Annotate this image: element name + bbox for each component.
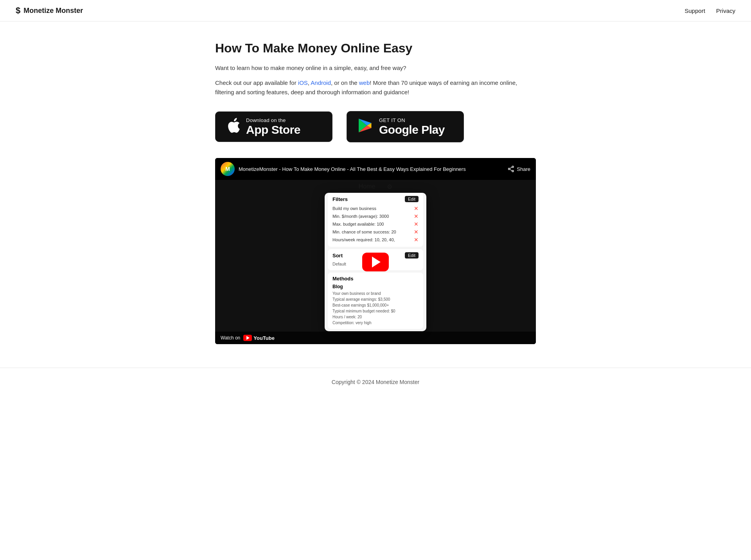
sort-value: Default [332,262,346,266]
method-detail-0: Your own business or brand [332,291,419,296]
filter-item-0: Build my own business ✕ [332,205,419,212]
page-title: How To Make Money Online Easy [215,41,536,56]
methods-label: Methods [332,276,419,282]
body-middle: , or on the [331,79,359,86]
filter-item-2: Max. budget available: 100 ✕ [332,220,419,228]
ios-link[interactable]: iOS [298,79,308,86]
svg-point-0 [512,166,514,168]
filters-header: Filters Edit [332,196,419,202]
video-content: Home ⚙ Filters Edit Build my own busines… [215,180,536,344]
main-content: How To Make Money Online Easy Want to le… [207,22,544,368]
site-name: Monetize Monster [23,7,83,15]
google-play-text: GET IT ON Google Play [379,117,445,136]
copyright-text: Copyright © 2024 Monetize Monster [332,379,419,385]
google-play-small-label: GET IT ON [379,117,445,123]
share-button[interactable]: Share [508,166,530,172]
filters-section: Filters Edit Build my own business ✕ Min… [328,193,423,247]
apple-icon [225,117,241,136]
filter-item-3: Min. chance of some success: 20 ✕ [332,228,419,236]
video-nav-settings: ⚙ [387,183,392,190]
filter-item-1: Min. $/month (average): 3000 ✕ [332,212,419,220]
yt-logo-icon [243,335,252,341]
app-store-badge[interactable]: Download on the App Store [215,111,332,142]
methods-section: Methods Blog Your own business or brand … [328,273,423,329]
intro-paragraph: Want to learn how to make money online i… [215,63,536,73]
logo-link[interactable]: $ Monetize Monster [16,5,83,16]
method-detail-1: Typical average earnings: $3,500 [332,296,419,302]
method-card-title: Blog [332,284,419,289]
yt-logo-text: YouTube [253,335,275,341]
filter-label-0: Build my own business [332,206,376,211]
main-nav: Support Privacy [685,7,735,14]
filters-edit-btn[interactable]: Edit [405,196,419,202]
app-store-large-label: App Store [246,123,300,136]
method-detail-5: Competition: very high [332,320,419,326]
badges-row: Download on the App Store GET IT ON Goog… [215,111,536,142]
privacy-link[interactable]: Privacy [716,7,735,14]
filter-label-2: Max. budget available: 100 [332,222,384,226]
youtube-logo[interactable]: YouTube [243,335,275,341]
body-prefix: Check out our app available for [215,79,298,86]
android-link[interactable]: Android [311,79,331,86]
filter-remove-1[interactable]: ✕ [414,214,419,219]
site-header: $ Monetize Monster Support Privacy [0,0,751,22]
filter-remove-4[interactable]: ✕ [414,237,419,242]
method-detail-2: Best-case earnings $1,000,000+ [332,302,419,308]
filter-label-4: Hours/week required: 10, 20, 40, [332,237,395,242]
app-store-text: Download on the App Store [246,117,300,136]
app-store-small-label: Download on the [246,117,300,123]
filter-item-4: Hours/week required: 10, 20, 40, ✕ [332,236,419,244]
video-nav-overlay: Home ⚙ [215,180,536,194]
web-link[interactable]: web [359,79,370,86]
site-footer: Copyright © 2024 Monetize Monster [0,368,751,396]
play-triangle-icon [372,257,381,267]
channel-info: M MonetizeMonster - How To Make Money On… [221,162,466,176]
watch-on-text: Watch on [221,335,240,341]
filter-remove-3[interactable]: ✕ [414,229,419,235]
google-play-large-label: Google Play [379,123,445,136]
google-play-badge[interactable]: GET IT ON Google Play [347,111,464,142]
google-play-icon [356,117,374,136]
filter-label-1: Min. $/month (average): 3000 [332,214,389,219]
filter-remove-2[interactable]: ✕ [414,221,419,227]
yt-logo-play-icon [246,336,250,340]
yt-play-button[interactable] [362,253,389,271]
svg-point-2 [508,168,510,170]
video-nav-home: Home [359,183,376,190]
support-link[interactable]: Support [685,7,705,14]
watch-on-youtube-bar: Watch on YouTube [215,332,536,344]
body-paragraph: Check out our app available for iOS, And… [215,78,536,97]
method-detail-3: Typical minimum budget needed: $0 [332,308,419,314]
sort-label: Sort [332,253,343,258]
video-top-bar: M MonetizeMonster - How To Make Money On… [215,158,536,180]
dollar-icon: $ [16,5,20,16]
filter-label-3: Min. chance of some success: 20 [332,230,396,234]
svg-line-3 [510,167,512,169]
svg-point-1 [512,171,514,172]
video-title: MonetizeMonster - How To Make Money Onli… [239,166,466,172]
video-embed[interactable]: M MonetizeMonster - How To Make Money On… [215,158,536,344]
channel-avatar: M [221,162,235,176]
sort-edit-btn[interactable]: Edit [405,252,419,258]
filters-label: Filters [332,196,348,202]
share-label: Share [517,166,530,172]
svg-line-4 [510,169,512,171]
filter-remove-0[interactable]: ✕ [414,206,419,211]
method-detail-4: Hours / week: 20 [332,314,419,320]
